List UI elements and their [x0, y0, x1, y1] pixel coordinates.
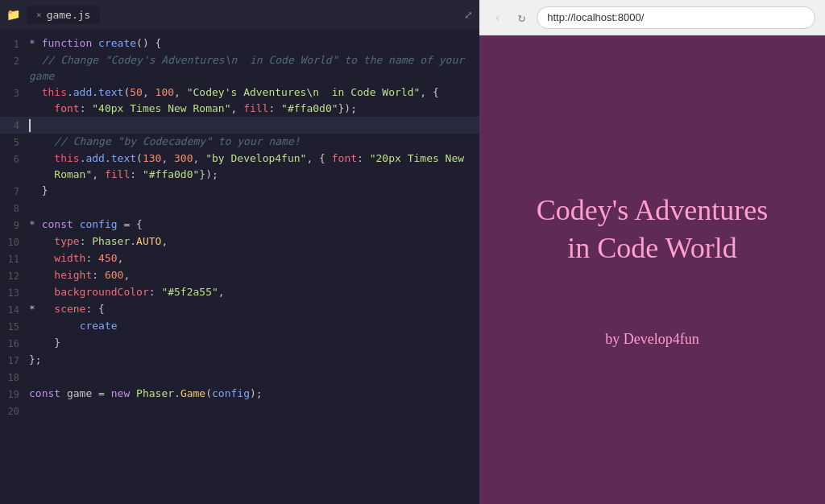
code-line-16: 16 }	[0, 335, 479, 352]
game-title: Codey's Adventures in Code World	[537, 192, 768, 267]
code-line-7: 7 }	[0, 183, 479, 200]
code-line-1: 1 * function create() {	[0, 35, 479, 52]
code-area[interactable]: 1 * function create() { 2 // Change "Cod…	[0, 29, 479, 504]
code-line-9: 9 * const config = {	[0, 217, 479, 233]
code-line-12: 12 height: 600,	[0, 267, 479, 284]
code-line-8: 8	[0, 200, 479, 217]
code-line-3: 3 this.add.text(50, 100, "Codey's Advent…	[0, 85, 479, 117]
folder-icon: 📁	[6, 8, 20, 21]
refresh-button[interactable]: ↻	[513, 8, 531, 27]
browser-panel: ‹ ↻ Codey's Adventures in Code World by …	[479, 0, 825, 504]
code-line-14: 14 * scene: {	[0, 301, 479, 318]
file-tab[interactable]: × game.js	[27, 6, 100, 24]
code-line-20: 20	[0, 403, 479, 419]
expand-icon[interactable]: ⤢	[464, 9, 473, 21]
tab-label: game.js	[47, 9, 91, 21]
game-subtitle: by Develop4fun	[605, 331, 699, 348]
code-line-2: 2 // Change "Codey's Adventures\n in Cod…	[0, 52, 479, 85]
game-viewport: Codey's Adventures in Code World by Deve…	[479, 35, 825, 504]
code-line-10: 10 type: Phaser.AUTO,	[0, 233, 479, 250]
code-line-17: 17 };	[0, 352, 479, 369]
code-line-11: 11 width: 450,	[0, 250, 479, 267]
code-line-19: 19 const game = new Phaser.Game(config);	[0, 386, 479, 403]
game-title-line2: in Code World	[567, 232, 736, 264]
back-button[interactable]: ‹	[489, 8, 507, 27]
code-line-15: 15 create	[0, 318, 479, 335]
tab-bar: 📁 × game.js ⤢	[0, 0, 479, 29]
code-line-18: 18	[0, 369, 479, 386]
tab-close-icon[interactable]: ×	[36, 10, 42, 20]
url-bar[interactable]	[537, 6, 815, 29]
game-title-line1: Codey's Adventures	[537, 194, 768, 226]
code-line-6: 6 this.add.text(130, 300, "by Develop4fu…	[0, 151, 479, 183]
browser-toolbar: ‹ ↻	[479, 0, 825, 35]
code-line-4: 4	[0, 117, 479, 134]
editor-panel: 📁 × game.js ⤢ 1 * function create() { 2 …	[0, 0, 479, 504]
code-line-5: 5 // Change "by Codecademy" to your name…	[0, 134, 479, 151]
code-line-13: 13 backgroundColor: "#5f2a55",	[0, 284, 479, 301]
